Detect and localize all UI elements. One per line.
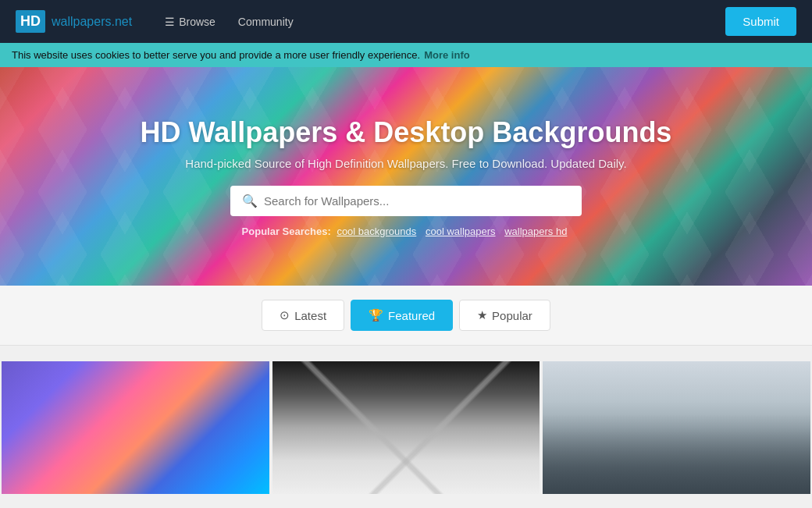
popular-searches: Popular Searches: cool backgrounds cool … <box>0 226 812 237</box>
nav-links: ☰ Browse Community <box>155 9 302 34</box>
tab-latest[interactable]: ⊙ Latest <box>262 300 344 331</box>
tab-latest-label: Latest <box>294 309 326 322</box>
trophy-icon: 🏆 <box>369 308 383 322</box>
popular-searches-label: Popular Searches: <box>242 226 331 237</box>
gallery-item-3[interactable] <box>543 361 810 494</box>
hero-section: HD Wallpapers & Desktop Backgrounds Hand… <box>0 67 812 286</box>
search-input[interactable] <box>264 194 570 208</box>
browse-label: Browse <box>179 16 215 28</box>
popular-link-cool-backgrounds[interactable]: cool backgrounds <box>337 226 416 237</box>
search-bar: 🔍 <box>230 186 582 216</box>
browse-link[interactable]: ☰ Browse <box>155 9 225 34</box>
popular-link-wallpapers-hd[interactable]: wallpapers hd <box>504 226 567 237</box>
cookie-more-info-link[interactable]: More info <box>424 49 470 61</box>
tab-popular[interactable]: ★ Popular <box>459 300 550 331</box>
navbar: HD wallpapers.net ☰ Browse Community Sub… <box>0 0 812 43</box>
cookie-message: This website uses cookies to better serv… <box>12 49 420 61</box>
hero-subtitle: Hand-picked Source of High Definition Wa… <box>0 157 812 170</box>
community-label: Community <box>238 16 294 28</box>
community-link[interactable]: Community <box>229 9 303 34</box>
popular-link-cool-wallpapers[interactable]: cool wallpapers <box>426 226 496 237</box>
submit-button[interactable]: Submit <box>725 7 796 36</box>
hero-title: HD Wallpapers & Desktop Backgrounds <box>0 116 812 149</box>
tab-popular-label: Popular <box>492 309 532 322</box>
cookie-banner: This website uses cookies to better serv… <box>0 43 812 67</box>
hamburger-icon: ☰ <box>165 16 175 28</box>
star-icon: ★ <box>477 308 487 322</box>
logo-text: wallpapers.net <box>52 15 132 29</box>
tabs-section: ⊙ Latest 🏆 Featured ★ Popular <box>0 286 812 346</box>
clock-icon: ⊙ <box>280 308 290 322</box>
tab-featured-label: Featured <box>388 309 435 322</box>
gallery-section <box>0 346 812 494</box>
search-icon: 🔍 <box>242 194 258 208</box>
tab-featured[interactable]: 🏆 Featured <box>351 300 453 331</box>
gallery-item-2[interactable] <box>272 361 540 494</box>
logo-hd-badge: HD <box>16 10 45 33</box>
gallery-item-1[interactable] <box>2 361 269 494</box>
logo[interactable]: HD wallpapers.net <box>16 10 132 33</box>
hero-content: HD Wallpapers & Desktop Backgrounds Hand… <box>0 116 812 237</box>
